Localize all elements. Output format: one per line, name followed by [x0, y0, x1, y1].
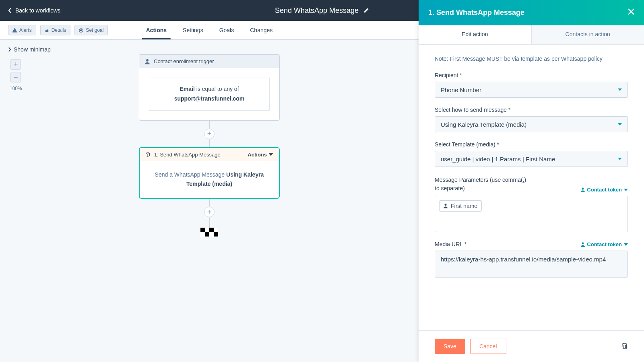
contact-icon [145, 59, 150, 64]
send-method-select[interactable]: Using Kaleyra Template (media) [435, 116, 628, 132]
tab-goals[interactable]: Goals [219, 21, 234, 39]
send-method-label: Select how to send message * [435, 107, 628, 113]
contact-icon [581, 187, 585, 192]
chevron-left-icon [8, 8, 12, 13]
contact-icon [581, 242, 585, 247]
template-select[interactable]: user_guide | video | 1 Params | First Na… [435, 151, 628, 167]
add-step-button[interactable]: + [204, 207, 215, 217]
caret-down-icon [624, 187, 628, 192]
details-icon [45, 28, 49, 33]
show-minimap-toggle[interactable]: Show minimap [8, 46, 51, 53]
details-button[interactable]: Details [40, 25, 71, 35]
caret-down-icon [618, 88, 622, 91]
panel-tab-contacts[interactable]: Contacts in action [531, 25, 644, 44]
trigger-condition: Email is equal to any of support@transfu… [149, 78, 270, 111]
recipient-label: Recipient * [435, 72, 628, 78]
media-url-input[interactable] [435, 251, 628, 278]
recipient-select[interactable]: Phone Number [435, 82, 628, 98]
back-to-workflows-link[interactable]: Back to workflows [8, 7, 60, 14]
svg-point-4 [445, 204, 447, 206]
workflow-title: Send WhatsApp Message [275, 6, 359, 15]
contact-icon [444, 204, 448, 208]
edit-title-icon[interactable] [363, 8, 369, 13]
tab-actions[interactable]: Actions [146, 21, 167, 39]
caret-down-icon [268, 152, 273, 157]
zoom-in-button[interactable]: + [10, 59, 21, 70]
panel-tab-edit-action[interactable]: Edit action [419, 25, 531, 44]
params-label: Message Parameters (use comma(,) to sepa… [435, 176, 527, 193]
alert-icon [12, 28, 17, 33]
enrollment-trigger-card[interactable]: Contact enrollment trigger Email is equa… [139, 54, 280, 121]
tab-changes[interactable]: Changes [250, 21, 272, 39]
end-marker [200, 228, 218, 237]
cancel-button[interactable]: Cancel [470, 339, 506, 354]
svg-point-3 [582, 187, 584, 189]
step-actions-menu[interactable]: Actions [248, 152, 273, 158]
connector-line [209, 121, 210, 129]
alerts-button[interactable]: Alerts [8, 25, 36, 35]
contact-token-link[interactable]: Contact token [581, 241, 628, 247]
svg-point-2 [146, 59, 149, 62]
zoom-out-button[interactable]: − [10, 72, 21, 82]
media-url-label: Media URL * [435, 241, 466, 247]
step-description: Send a WhatsApp Message Using Kaleyra Te… [140, 161, 279, 198]
tab-settings[interactable]: Settings [183, 21, 203, 39]
caret-down-icon [624, 242, 628, 247]
step-1-card[interactable]: 1. Send WhatsApp Message Actions Send a … [139, 147, 280, 199]
contact-token-link[interactable]: Contact token [581, 187, 628, 193]
policy-note: Note: First Message MUST be via template… [435, 54, 628, 63]
param-chip-firstname[interactable]: First name [439, 200, 482, 212]
caret-down-icon [618, 158, 622, 160]
cube-icon [145, 152, 150, 157]
svg-point-1 [80, 29, 82, 31]
close-icon [628, 8, 634, 15]
set-goal-button[interactable]: Set goal [74, 25, 108, 35]
delete-action-button[interactable] [621, 342, 628, 351]
chevron-right-icon [8, 47, 11, 52]
back-label: Back to workflows [15, 7, 60, 14]
params-input[interactable]: First name [435, 196, 628, 232]
trigger-title: Contact enrollment trigger [154, 58, 214, 64]
close-panel-button[interactable] [628, 8, 634, 17]
template-label: Select Template (media) * [435, 141, 628, 148]
panel-title: 1. Send WhatsApp Message [428, 8, 524, 17]
step-title: 1. Send WhatsApp Message [154, 152, 221, 158]
trash-icon [621, 342, 628, 350]
connector-line [209, 199, 210, 207]
connector-line [209, 139, 210, 147]
connector-line [209, 217, 210, 228]
zoom-level: 100% [10, 86, 22, 91]
action-editor-panel: 1. Send WhatsApp Message Edit action Con… [419, 0, 644, 362]
add-step-button[interactable]: + [204, 129, 215, 139]
goal-icon [79, 28, 83, 33]
svg-point-5 [582, 242, 584, 244]
caret-down-icon [618, 123, 622, 125]
save-button[interactable]: Save [435, 339, 465, 354]
